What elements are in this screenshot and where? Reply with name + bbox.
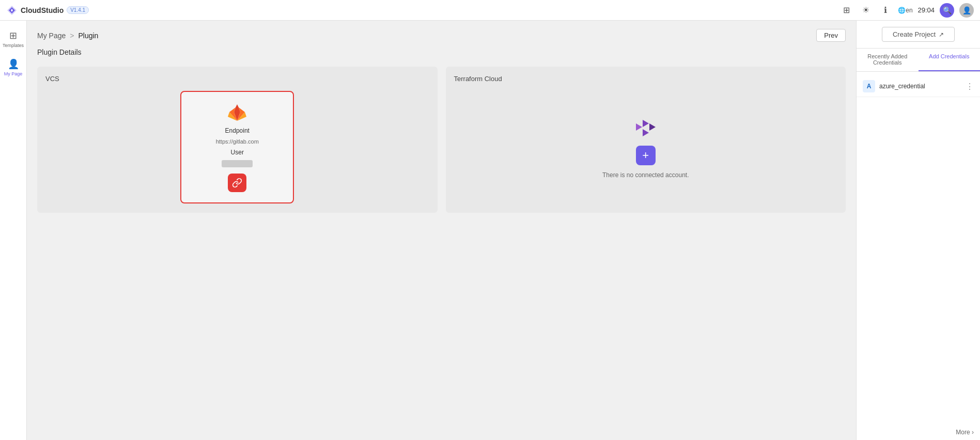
topbar-right: ⊞ ☀ ℹ 🌐 en 29:04 🔍 👤	[839, 3, 974, 18]
right-panel: Create Project ↗ Recently Added Credenti…	[856, 21, 980, 440]
breadcrumb-current: Plugin	[78, 32, 98, 40]
main-content: My Page > Plugin Prev Plugin Details VCS	[27, 21, 856, 440]
terraform-title: Terraform Cloud	[454, 75, 838, 83]
main-layout: ⊞ Templates 👤 My Page My Page > Plugin P…	[0, 21, 980, 440]
templates-icon: ⊞	[9, 30, 17, 41]
vcs-section: VCS	[37, 67, 438, 213]
terraform-icon	[634, 117, 657, 139]
breadcrumb-parent[interactable]: My Page	[37, 32, 66, 40]
gitlab-icon	[227, 102, 247, 123]
svg-marker-1	[649, 123, 656, 131]
breadcrumb-separator: >	[70, 32, 74, 40]
terraform-no-account: There is no connected account.	[602, 171, 689, 179]
terraform-content: + There is no connected account.	[454, 91, 838, 205]
prev-button[interactable]: Prev	[816, 29, 846, 42]
vcs-endpoint-label: Endpoint	[225, 127, 250, 134]
vcs-title: VCS	[45, 75, 429, 83]
credentials-list: A azure_credential ⋮	[857, 72, 980, 425]
logo-text: CloudStudio	[21, 6, 64, 14]
vcs-link-button[interactable]	[228, 174, 246, 192]
plugin-sections: VCS	[37, 67, 846, 213]
version-badge: V1.4.1	[67, 6, 89, 14]
topbar-left: CloudStudio V1.4.1	[6, 5, 89, 16]
search-button[interactable]: 🔍	[940, 3, 954, 18]
credential-item: A azure_credential ⋮	[857, 76, 980, 97]
sidebar-item-templates-label: Templates	[3, 43, 24, 48]
create-project-label: Create Project	[893, 30, 936, 38]
tab-recently-added[interactable]: Recently Added Credentials	[857, 49, 919, 71]
timer: 29:04	[917, 6, 935, 14]
plugin-details-title: Plugin Details	[37, 48, 846, 56]
svg-marker-0	[643, 120, 649, 127]
credential-name: azure_credential	[879, 83, 961, 90]
vcs-card: Endpoint https://gitlab.com User	[180, 91, 294, 203]
user-avatar[interactable]: 👤	[959, 3, 974, 18]
vcs-card-container: Endpoint https://gitlab.com User	[45, 91, 429, 203]
vcs-endpoint-url: https://gitlab.com	[216, 138, 259, 145]
topbar: CloudStudio V1.4.1 ⊞ ☀ ℹ 🌐 en 29:04 🔍 👤	[0, 0, 980, 21]
svg-marker-3	[643, 129, 649, 136]
credential-azure-icon: A	[863, 80, 875, 92]
right-panel-create: Create Project ↗	[857, 21, 980, 49]
vcs-user-value	[222, 160, 253, 167]
external-link-icon: ↗	[939, 31, 944, 38]
vcs-user-label: User	[231, 149, 244, 156]
right-panel-tabs: Recently Added Credentials Add Credentia…	[857, 49, 980, 72]
credential-menu-icon[interactable]: ⋮	[966, 82, 974, 91]
sidebar-item-my-page-label: My Page	[4, 71, 23, 76]
sidebar: ⊞ Templates 👤 My Page	[0, 21, 27, 440]
terraform-add-button[interactable]: +	[636, 146, 656, 165]
layout-icon[interactable]: ⊞	[839, 3, 853, 18]
my-page-icon: 👤	[8, 58, 19, 70]
terraform-section: Terraform Cloud + There is no connected …	[446, 67, 846, 213]
svg-marker-2	[636, 123, 642, 131]
cloudstudio-logo-icon	[6, 5, 18, 16]
tab-add-credential[interactable]: Add Credentials	[919, 49, 981, 71]
content-area: My Page > Plugin Prev Plugin Details VCS	[27, 21, 980, 440]
sidebar-item-templates[interactable]: ⊞ Templates	[0, 26, 26, 52]
info-icon[interactable]: ℹ	[878, 3, 893, 18]
sidebar-item-my-page[interactable]: 👤 My Page	[0, 54, 26, 81]
breadcrumb: My Page > Plugin Prev	[37, 29, 846, 42]
language-icon[interactable]: 🌐 en	[898, 3, 912, 18]
more-link[interactable]: More ›	[857, 425, 980, 440]
logo: CloudStudio V1.4.1	[6, 5, 89, 16]
sun-icon[interactable]: ☀	[859, 3, 873, 18]
create-project-button[interactable]: Create Project ↗	[882, 27, 955, 42]
link-icon	[232, 178, 242, 188]
